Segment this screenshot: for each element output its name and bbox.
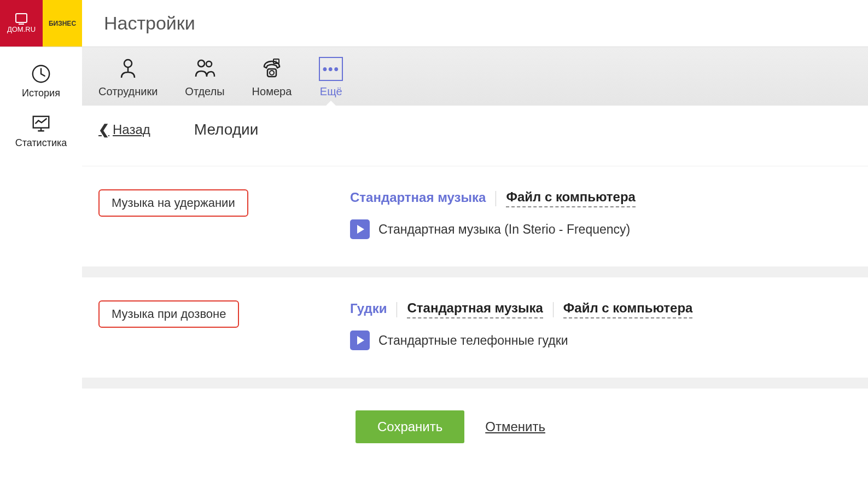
monitor-chart-icon bbox=[31, 113, 51, 134]
tab-label: Номера bbox=[252, 85, 292, 98]
svg-point-3 bbox=[198, 60, 205, 67]
sidebar-item-statistics[interactable]: Статистика bbox=[0, 108, 82, 158]
hold-track-row: Стандартная музыка (In Sterio - Frequenc… bbox=[350, 219, 852, 239]
svg-point-4 bbox=[206, 61, 212, 67]
sidebar: История Статистика bbox=[0, 47, 82, 471]
option-standard-music[interactable]: Стандартная музыка bbox=[407, 300, 543, 318]
clock-icon bbox=[31, 63, 51, 84]
sidebar-item-label: Статистика bbox=[15, 137, 67, 149]
option-file-from-computer[interactable]: Файл с компьютера bbox=[563, 300, 693, 318]
separator bbox=[553, 302, 554, 317]
section-title: Мелодии bbox=[194, 121, 259, 138]
option-file-from-computer[interactable]: Файл с компьютера bbox=[506, 189, 636, 207]
hold-option-tabs: Стандартная музыка Файл с компьютера bbox=[350, 189, 852, 207]
page-title: Настройки bbox=[104, 13, 195, 34]
tab-label: Сотрудники bbox=[98, 85, 158, 98]
tv-icon bbox=[15, 13, 27, 23]
logo-brand-text: ДОМ.RU bbox=[7, 25, 36, 33]
logo-brand: ДОМ.RU bbox=[0, 0, 43, 47]
card-dial-music: Музыка при дозвоне Гудки Стандартная муз… bbox=[82, 277, 868, 378]
track-name: Стандартные телефонные гудки bbox=[378, 333, 568, 348]
setting-label-dial: Музыка при дозвоне bbox=[98, 300, 239, 328]
actions-card: Сохранить Отменить bbox=[82, 389, 868, 471]
cancel-link[interactable]: Отменить bbox=[485, 419, 545, 434]
separator bbox=[496, 191, 496, 206]
dial-option-tabs: Гудки Стандартная музыка Файл с компьюте… bbox=[350, 300, 852, 318]
card-header: ❮ Назад Мелодии bbox=[82, 106, 868, 166]
tab-departments[interactable]: Отделы bbox=[185, 57, 224, 106]
sidebar-item-label: История bbox=[22, 88, 60, 99]
tab-more[interactable]: ••• Ещё bbox=[319, 57, 343, 106]
back-link[interactable]: ❮ Назад bbox=[98, 122, 150, 137]
sidebar-item-history[interactable]: История bbox=[0, 58, 82, 108]
more-icon: ••• bbox=[319, 57, 343, 81]
person-icon bbox=[116, 57, 140, 81]
logo-sub: БИЗНЕС bbox=[43, 0, 82, 47]
card-hold-music: Музыка на удержании Стандартная музыка Ф… bbox=[82, 166, 868, 266]
dial-track-row: Стандартные телефонные гудки bbox=[350, 331, 852, 350]
option-standard-music[interactable]: Стандартная музыка bbox=[350, 190, 486, 207]
tab-employees[interactable]: Сотрудники bbox=[98, 57, 158, 106]
main-area: Сотрудники Отделы 1 Номера bbox=[82, 47, 868, 471]
play-button[interactable] bbox=[350, 331, 370, 350]
back-label: Назад bbox=[113, 122, 150, 137]
people-icon bbox=[193, 57, 217, 81]
option-beeps[interactable]: Гудки bbox=[350, 301, 387, 318]
logo-sub-text: БИЗНЕС bbox=[49, 20, 76, 27]
svg-point-6 bbox=[270, 71, 274, 75]
logo[interactable]: ДОМ.RU БИЗНЕС bbox=[0, 0, 82, 47]
tab-label: Ещё bbox=[320, 85, 342, 98]
track-name: Стандартная музыка (In Sterio - Frequenc… bbox=[378, 222, 630, 237]
save-button[interactable]: Сохранить bbox=[356, 410, 464, 443]
play-button[interactable] bbox=[350, 219, 370, 239]
chevron-left-icon: ❮ bbox=[98, 122, 109, 137]
tab-label: Отделы bbox=[185, 85, 224, 98]
svg-point-2 bbox=[124, 60, 132, 67]
tab-numbers[interactable]: 1 Номера bbox=[252, 57, 292, 106]
header: ДОМ.RU БИЗНЕС Настройки bbox=[0, 0, 868, 47]
tabs-row: Сотрудники Отделы 1 Номера bbox=[82, 47, 868, 106]
separator bbox=[397, 302, 397, 317]
phone-icon: 1 bbox=[260, 57, 284, 81]
setting-label-hold: Музыка на удержании bbox=[98, 189, 248, 217]
